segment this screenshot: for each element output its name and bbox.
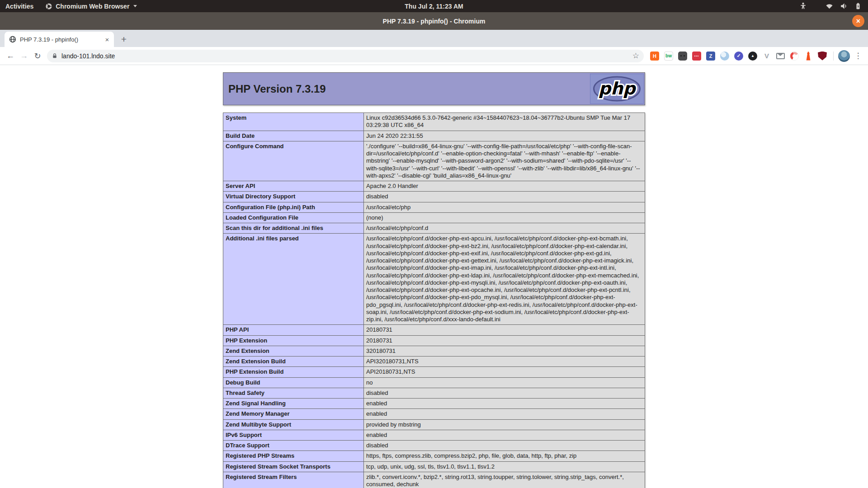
info-row-value: API320180731,NTS xyxy=(364,357,645,367)
info-row-label: Zend Extension xyxy=(223,346,364,356)
info-row-label: Additional .ini files parsed xyxy=(223,234,364,325)
info-row-value: disabled xyxy=(364,388,645,398)
table-row: Registered PHP Streams https, ftps, comp… xyxy=(223,451,645,461)
table-row: PHP API 20180731 xyxy=(223,325,645,335)
info-row-value: Linux c92d36534d66 5.3.0-7642-generic #3… xyxy=(364,113,645,131)
phpinfo-content: PHP Version 7.3.19 php System Linux c92d… xyxy=(223,72,645,488)
new-tab-button[interactable]: + xyxy=(118,33,130,46)
table-row: Loaded Configuration File (none) xyxy=(223,212,645,223)
extension-bw-green-icon[interactable]: bw xyxy=(664,52,673,61)
info-row-value: disabled xyxy=(364,192,645,202)
extension-mail-icon[interactable] xyxy=(776,53,785,59)
browser-menu-button[interactable]: ⋮ xyxy=(852,51,864,61)
extension-blue-z-icon[interactable]: Z xyxy=(706,52,715,61)
page-viewport[interactable]: PHP Version 7.3.19 php System Linux c92d… xyxy=(0,65,868,488)
extension-black-flame-icon[interactable]: ▲ xyxy=(748,52,757,61)
info-row-label: Registered Stream Socket Transports xyxy=(223,461,364,472)
info-row-value: /usr/local/etc/php/conf.d xyxy=(364,223,645,234)
table-row: Zend Extension 320180731 xyxy=(223,346,645,356)
table-row: Zend Memory Manager enabled xyxy=(223,409,645,419)
extension-dark-bug-icon[interactable] xyxy=(678,52,687,61)
table-row: Thread Safety disabled xyxy=(223,388,645,398)
table-row: Scan this dir for additional .ini files … xyxy=(223,223,645,234)
info-row-label: Loaded Configuration File xyxy=(223,212,364,223)
lock-icon[interactable] xyxy=(52,52,58,59)
php-version-header: PHP Version 7.3.19 php xyxy=(223,72,645,105)
gnome-top-panel: Activities Chromium Web Browser Thu Jul … xyxy=(0,0,868,12)
php-logo: php xyxy=(590,74,644,104)
profile-avatar[interactable] xyxy=(838,50,850,62)
address-bar[interactable]: lando-101.lndo.site ☆ xyxy=(47,50,644,62)
info-row-label: Zend Memory Manager xyxy=(223,409,364,419)
info-row-label: Scan this dir for additional .ini files xyxy=(223,223,364,234)
tab-phpinfo[interactable]: PHP 7.3.19 - phpinfo() × xyxy=(5,32,114,47)
extension-red-dots-icon[interactable]: ••• xyxy=(692,52,701,61)
info-row-label: PHP API xyxy=(223,325,364,335)
info-row-value: (none) xyxy=(364,212,645,223)
app-menu-label: Chromium Web Browser xyxy=(56,3,129,10)
chromium-logo-icon xyxy=(45,3,52,10)
app-menu-button[interactable]: Chromium Web Browser xyxy=(45,3,137,10)
extension-purple-check-icon[interactable]: ✓ xyxy=(734,52,743,61)
bookmark-star-icon[interactable]: ☆ xyxy=(632,52,639,60)
panel-right xyxy=(799,2,868,10)
info-row-label: PHP Extension xyxy=(223,335,364,346)
table-row: Registered Stream Filters zlib.*, conver… xyxy=(223,472,645,488)
info-row-label: Thread Safety xyxy=(223,388,364,398)
toolbar-divider xyxy=(833,52,834,61)
window-titlebar[interactable]: PHP 7.3.19 - phpinfo() - Chromium × xyxy=(0,12,868,30)
tab-close-button[interactable]: × xyxy=(103,35,111,43)
table-row: System Linux c92d36534d66 5.3.0-7642-gen… xyxy=(223,113,645,131)
extension-lighthouse-icon[interactable] xyxy=(804,52,813,61)
table-row: Zend Extension Build API320180731,NTS xyxy=(223,357,645,367)
info-row-value: zlib.*, convert.iconv.*, bzip2.*, string… xyxy=(364,472,645,488)
info-row-value: enabled xyxy=(364,430,645,440)
url-text[interactable]: lando-101.lndo.site xyxy=(61,52,629,60)
extension-shield-icon[interactable] xyxy=(818,52,827,61)
info-row-label: Virtual Directory Support xyxy=(223,192,364,202)
volume-icon[interactable] xyxy=(840,2,848,10)
activities-button[interactable]: Activities xyxy=(5,3,33,10)
window-close-button[interactable]: × xyxy=(852,15,864,27)
info-row-label: Zend Extension Build xyxy=(223,357,364,367)
extension-red-swirl-icon[interactable] xyxy=(790,52,799,61)
info-row-value: provided by mbstring xyxy=(364,419,645,430)
activities-label: Activities xyxy=(5,3,33,10)
tab-strip: PHP 7.3.19 - phpinfo() × + xyxy=(0,30,868,47)
wifi-icon[interactable] xyxy=(826,2,833,10)
accessibility-icon[interactable] xyxy=(799,2,807,10)
tab-title: PHP 7.3.19 - phpinfo() xyxy=(20,36,99,43)
clock-button[interactable]: Thu Jul 2, 11:23 AM xyxy=(405,3,463,10)
info-row-label: Registered PHP Streams xyxy=(223,451,364,461)
panel-left: Activities Chromium Web Browser xyxy=(0,3,137,10)
extension-h-orange-icon[interactable]: H xyxy=(650,52,659,61)
back-button[interactable]: ← xyxy=(4,49,17,63)
extension-blue-swirl-icon[interactable] xyxy=(720,52,729,61)
table-row: Debug Build no xyxy=(223,377,645,388)
info-row-label: DTrace Support xyxy=(223,441,364,451)
info-row-label: PHP Extension Build xyxy=(223,367,364,377)
info-row-value: tcp, udp, unix, udg, ssl, tls, tlsv1.0, … xyxy=(364,461,645,472)
extensions-row: Hbw•••Z✓▲V xyxy=(646,52,830,61)
extension-gray-v-icon[interactable]: V xyxy=(762,52,771,61)
php-logo-text: php xyxy=(599,79,637,99)
forward-button[interactable]: → xyxy=(17,49,31,63)
info-row-label: Zend Multibyte Support xyxy=(223,419,364,430)
info-row-value: API20180731,NTS xyxy=(364,367,645,377)
php-info-table-body: System Linux c92d36534d66 5.3.0-7642-gen… xyxy=(223,113,645,488)
table-row: Configure Command './configure' '--build… xyxy=(223,141,645,181)
reload-button[interactable]: ↻ xyxy=(31,49,44,63)
table-row: IPv6 Support enabled xyxy=(223,430,645,440)
table-row: Server API Apache 2.0 Handler xyxy=(223,181,645,192)
battery-icon[interactable] xyxy=(854,2,862,10)
info-row-value: Jun 24 2020 22:31:55 xyxy=(364,131,645,141)
window-title: PHP 7.3.19 - phpinfo() - Chromium xyxy=(383,18,486,25)
info-row-value: './configure' '--build=x86_64-linux-gnu'… xyxy=(364,141,645,181)
table-row: Registered Stream Socket Transports tcp,… xyxy=(223,461,645,472)
page-title: PHP Version 7.3.19 xyxy=(228,83,326,95)
info-row-label: Server API xyxy=(223,181,364,192)
table-row: Additional .ini files parsed /usr/local/… xyxy=(223,234,645,325)
info-row-label: IPv6 Support xyxy=(223,430,364,440)
info-row-label: Zend Signal Handling xyxy=(223,399,364,409)
info-row-value: disabled xyxy=(364,441,645,451)
